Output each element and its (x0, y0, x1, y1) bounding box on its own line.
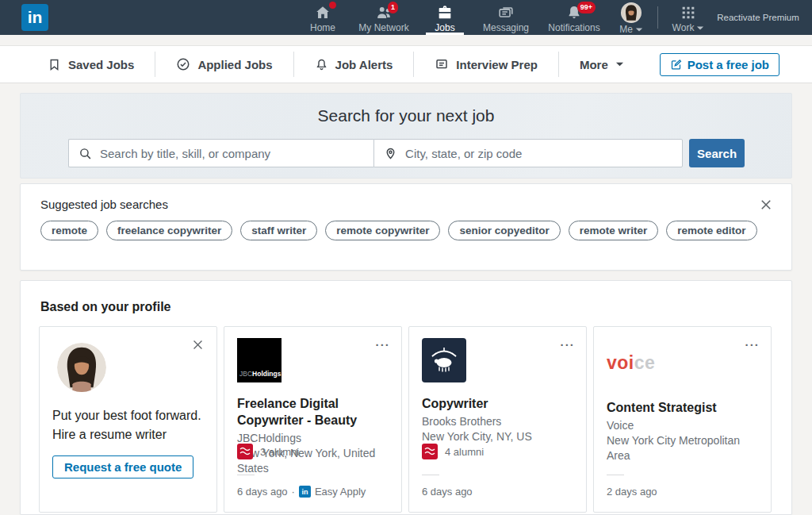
suggested-pills: remote freelance copywriter staff writer… (40, 221, 791, 240)
post-free-job-button[interactable]: Post a free job (660, 53, 779, 76)
nav-work[interactable]: Work (661, 0, 715, 35)
chevron-down-icon (635, 27, 643, 33)
hero-title: Search for your next job (21, 106, 791, 125)
resume-writer-promo-card[interactable]: Put your best foot forward. Hire a resum… (39, 326, 217, 513)
alumni-count: 3 alumni (260, 446, 299, 458)
location-search-input[interactable] (397, 147, 682, 160)
overflow-menu-icon[interactable]: ... (375, 338, 390, 346)
job-company: Brooks Brothers (422, 414, 573, 429)
keyword-search-input[interactable] (92, 147, 373, 160)
job-card-freelance-digital-copywriter[interactable]: ... JBCHoldings Freelance Digital Copywr… (224, 326, 402, 513)
nav-home[interactable]: Home (296, 0, 350, 35)
job-cards-row: Put your best foot forward. Hire a resum… (39, 326, 791, 513)
job-card-content-strategist[interactable]: ... voice Content Strategist Voice New Y… (593, 326, 772, 513)
pill-remote[interactable]: remote (40, 221, 98, 240)
nav-me[interactable]: Me (608, 0, 654, 35)
divider (237, 475, 255, 475)
notifications-badge: 99+ (577, 2, 596, 13)
request-free-quote-button[interactable]: Request a free quote (52, 455, 193, 478)
nav-jobs-label: Jobs (435, 22, 454, 33)
nav-my-network[interactable]: 1 My Network (350, 0, 418, 35)
brooks-brothers-logo (422, 338, 466, 382)
job-location: New York City Metropolitan Area (607, 433, 758, 463)
subnav-more[interactable]: More (559, 52, 645, 76)
divider (607, 475, 624, 475)
nav-notifications-label: Notifications (548, 22, 599, 33)
nav-divider (657, 6, 658, 29)
location-pin-icon (384, 147, 397, 160)
check-circle-icon (176, 57, 190, 71)
posted-row: 2 days ago (607, 486, 657, 498)
nav-home-label: Home (310, 22, 335, 33)
subnav-label: Job Alerts (335, 58, 393, 71)
section-title: Based on your profile (40, 300, 791, 314)
posted-row: 6 days ago (422, 486, 473, 498)
pill-staff-writer[interactable]: staff writer (240, 221, 317, 240)
location-search-field (373, 139, 683, 167)
messaging-icon (497, 4, 515, 21)
job-title[interactable]: Copywriter (422, 395, 573, 412)
job-company: Voice (607, 418, 758, 433)
overflow-menu-icon[interactable]: ... (560, 338, 575, 346)
home-notification-dot (329, 2, 336, 9)
alumni-row: 3 alumni (237, 444, 299, 459)
alumni-school-logo (422, 444, 438, 459)
posted-date: 6 days ago (422, 486, 473, 498)
posted-date: 2 days ago (607, 486, 657, 498)
nav-jobs[interactable]: Jobs (418, 0, 472, 35)
bell-icon (315, 58, 328, 71)
job-title[interactable]: Content Strategist (607, 399, 758, 416)
top-navigation: in Home 1 My Network Jobs Messaging 99+ … (0, 0, 812, 35)
alumni-count: 4 alumni (445, 446, 484, 458)
voice-logo: voice (607, 352, 758, 374)
promo-text: Put your best foot forward. Hire a resum… (52, 406, 204, 444)
job-location: New York City, NY, US (422, 429, 573, 444)
suggested-searches-title: Suggested job searches (40, 198, 791, 211)
suggested-searches-card: Suggested job searches remote freelance … (20, 183, 792, 271)
subnav-saved-jobs[interactable]: Saved Jobs (27, 52, 155, 76)
briefcase-icon (436, 4, 454, 21)
subnav-applied-jobs[interactable]: Applied Jobs (155, 52, 293, 76)
my-network-badge: 1 (388, 2, 398, 13)
work-grid-icon (680, 4, 697, 21)
reactivate-premium-link[interactable]: Reactivate Premium (715, 0, 801, 35)
pencil-square-icon (670, 59, 682, 71)
job-search-hero: Search for your next job Search (20, 93, 792, 179)
close-icon[interactable] (758, 197, 774, 213)
nav-messaging[interactable]: Messaging (472, 0, 540, 35)
pill-freelance-copywriter[interactable]: freelance copywriter (106, 221, 232, 240)
pill-remote-writer[interactable]: remote writer (569, 221, 659, 240)
job-title[interactable]: Freelance Digital Copywriter - Beauty (237, 395, 389, 429)
keyword-search-field (68, 139, 373, 167)
job-card-copywriter[interactable]: ... Copywriter Brooks Brothers New York … (408, 326, 587, 513)
divider (422, 475, 439, 475)
pill-senior-copyeditor[interactable]: senior copyeditor (448, 221, 560, 240)
nav-work-label: Work (672, 22, 705, 33)
post-free-job-label: Post a free job (688, 58, 769, 71)
nav-notifications[interactable]: 99+ Notifications (540, 0, 608, 35)
subnav-label: More (580, 58, 608, 71)
nav-me-label: Me (619, 24, 643, 35)
subnav-label: Applied Jobs (197, 58, 272, 71)
alumni-row: 4 alumni (422, 444, 484, 459)
close-icon[interactable] (191, 338, 205, 352)
subnav-label: Interview Prep (456, 58, 538, 71)
linkedin-logo[interactable]: in (21, 4, 48, 31)
chevron-down-icon (696, 25, 704, 31)
top-nav-items: Home 1 My Network Jobs Messaging 99+ Not… (296, 0, 812, 35)
jbcholdings-logo: JBCHoldings (237, 338, 282, 382)
search-icon (79, 147, 92, 160)
pill-remote-copywriter[interactable]: remote copywriter (325, 221, 440, 240)
member-avatar (57, 343, 106, 392)
chevron-down-icon (615, 61, 624, 67)
bookmark-icon (48, 58, 61, 71)
subnav-job-alerts[interactable]: Job Alerts (294, 52, 414, 76)
search-button[interactable]: Search (689, 139, 745, 167)
jobs-subnav: Saved Jobs Applied Jobs Job Alerts Inter… (0, 45, 812, 83)
chat-square-icon (435, 57, 449, 71)
overflow-menu-icon[interactable]: ... (745, 338, 760, 346)
subnav-interview-prep[interactable]: Interview Prep (414, 52, 558, 76)
posted-date: 6 days ago (237, 486, 288, 498)
pill-remote-editor[interactable]: remote editor (666, 221, 756, 240)
easy-apply-label: Easy Apply (315, 486, 366, 498)
